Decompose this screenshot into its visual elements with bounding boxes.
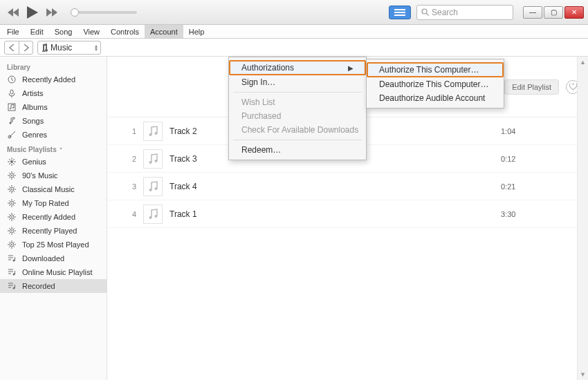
sidebar-item-recently-added[interactable]: Recently Added (0, 73, 107, 86)
track-duration: 3:30 (501, 210, 577, 218)
music-icon (41, 44, 48, 52)
edit-playlist-button[interactable]: Edit Playlist (504, 79, 559, 95)
sidebar-heading-library: Library (0, 59, 107, 73)
next-button[interactable] (43, 4, 61, 21)
previous-button[interactable] (4, 4, 22, 21)
menu-item-deauthorize-computer[interactable]: Deauthorize This Computer… (367, 77, 504, 91)
track-artwork (143, 149, 163, 169)
menu-bar: File Edit Song View Controls Account Hel… (0, 25, 588, 39)
svg-point-31 (155, 160, 158, 162)
scroll-up-icon[interactable]: ▲ (578, 57, 588, 68)
menu-item-deauthorize-audible[interactable]: Deauthorize Audible Account (367, 91, 504, 105)
search-input[interactable] (432, 8, 508, 17)
menu-item-authorizations[interactable]: Authorizations ▶ (229, 60, 366, 75)
sidebar-item-downloaded[interactable]: Downloaded (0, 251, 107, 265)
svg-point-3 (422, 9, 427, 14)
playlist-icon (7, 267, 17, 277)
sidebar-item-artists[interactable]: Artists (0, 86, 107, 100)
sidebar-heading-playlists[interactable]: Music Playlists ˅ (0, 142, 107, 155)
svg-point-10 (10, 122, 12, 124)
menu-item-wish-list: Wish List (229, 95, 366, 109)
sidebar-item-label: Classical Music (22, 185, 75, 193)
svg-point-33 (155, 187, 158, 190)
sidebar-item-recorded[interactable]: Recorded (0, 279, 107, 293)
close-button[interactable]: ✕ (564, 6, 584, 19)
gear-icon (7, 212, 17, 222)
sidebar-item-label: Recently Added (22, 75, 75, 84)
scroll-down-icon[interactable]: ▼ (578, 369, 588, 380)
maximize-button[interactable]: ▢ (544, 6, 563, 19)
sidebar-item-label: Genres (22, 131, 47, 139)
gear-icon (7, 226, 17, 236)
sidebar-item-classical[interactable]: Classical Music (0, 182, 107, 196)
album-icon (7, 102, 17, 112)
menu-item-authorize-computer[interactable]: Authorize This Computer… (367, 62, 504, 77)
menu-item-redeem[interactable]: Redeem… (229, 143, 366, 157)
updown-icon: ▴▾ (95, 44, 98, 51)
track-artwork (143, 122, 163, 141)
menu-controls[interactable]: Controls (105, 25, 145, 38)
track-row[interactable]: 3 Track 4 0:21 (107, 173, 588, 200)
volume-slider[interactable] (71, 11, 137, 14)
menu-help[interactable]: Help (183, 25, 210, 38)
menu-file[interactable]: File (1, 25, 25, 38)
minimize-button[interactable]: — (523, 6, 542, 19)
nav-forward-button[interactable] (19, 41, 33, 54)
menu-view[interactable]: View (77, 25, 105, 38)
menu-item-sign-in[interactable]: Sign In… (229, 75, 366, 89)
menu-edit[interactable]: Edit (25, 25, 49, 38)
sidebar-item-90s[interactable]: 90's Music (0, 169, 107, 182)
search-icon (421, 8, 429, 16)
svg-point-8 (10, 108, 11, 109)
sidebar-item-label: Top 25 Most Played (22, 240, 89, 249)
svg-point-9 (12, 107, 14, 108)
sidebar-item-recent-added[interactable]: Recently Added (0, 210, 107, 224)
track-number: 2 (118, 155, 136, 163)
gear-icon (7, 198, 17, 208)
track-duration: 0:21 (501, 182, 577, 191)
menu-separator (233, 92, 362, 93)
main: Library Recently Added Artists Albums So… (0, 57, 588, 380)
menu-song[interactable]: Song (49, 25, 78, 38)
gear-icon (7, 240, 17, 249)
menu-item-check-downloads: Check For Available Downloads (229, 123, 366, 137)
track-number: 4 (118, 210, 136, 218)
sidebar-item-albums[interactable]: Albums (0, 100, 107, 114)
svg-point-12 (10, 160, 13, 163)
svg-rect-0 (394, 9, 405, 10)
sidebar-item-label: 90's Music (22, 171, 58, 180)
gear-icon (7, 171, 17, 180)
sidebar-item-label: My Top Rated (22, 199, 69, 207)
svg-point-20 (11, 216, 12, 218)
sidebar-item-genius[interactable]: Genius (0, 155, 107, 169)
heart-icon (569, 84, 577, 91)
submenu-arrow-icon: ▶ (348, 64, 353, 72)
media-type-select[interactable]: Music ▴▾ (37, 41, 101, 55)
menu-item-purchased: Purchased (229, 109, 366, 123)
sidebar-item-top25[interactable]: Top 25 Most Played (0, 238, 107, 251)
track-name: Track 4 (169, 182, 501, 191)
sidebar-item-toprated[interactable]: My Top Rated (0, 196, 107, 210)
sidebar-item-songs[interactable]: Songs (0, 114, 107, 128)
authorizations-submenu: Authorize This Computer… Deauthorize Thi… (366, 59, 504, 108)
track-artwork (143, 177, 163, 196)
sidebar-item-genres[interactable]: Genres (0, 128, 107, 142)
svg-point-28 (149, 133, 152, 136)
menu-account[interactable]: Account (145, 25, 183, 38)
search-box[interactable] (416, 5, 513, 20)
volume-knob[interactable] (71, 8, 79, 17)
list-view-button[interactable] (389, 6, 411, 19)
track-row[interactable]: 4 Track 1 3:30 (107, 200, 588, 228)
nav-back-button[interactable] (5, 41, 19, 54)
sidebar-item-label: Genius (22, 158, 46, 166)
play-button[interactable] (22, 4, 43, 21)
sidebar-item-online[interactable]: Online Music Playlist (0, 265, 107, 279)
svg-rect-1 (394, 12, 405, 13)
scrollbar[interactable]: ▲ ▼ (577, 57, 588, 380)
window-buttons: — ▢ ✕ (523, 6, 584, 19)
chevron-down-icon: ˅ (58, 147, 62, 153)
sidebar-item-recent-played[interactable]: Recently Played (0, 224, 107, 238)
right-controls: — ▢ ✕ (389, 5, 584, 20)
clock-icon (7, 75, 17, 84)
microphone-icon (7, 88, 17, 98)
